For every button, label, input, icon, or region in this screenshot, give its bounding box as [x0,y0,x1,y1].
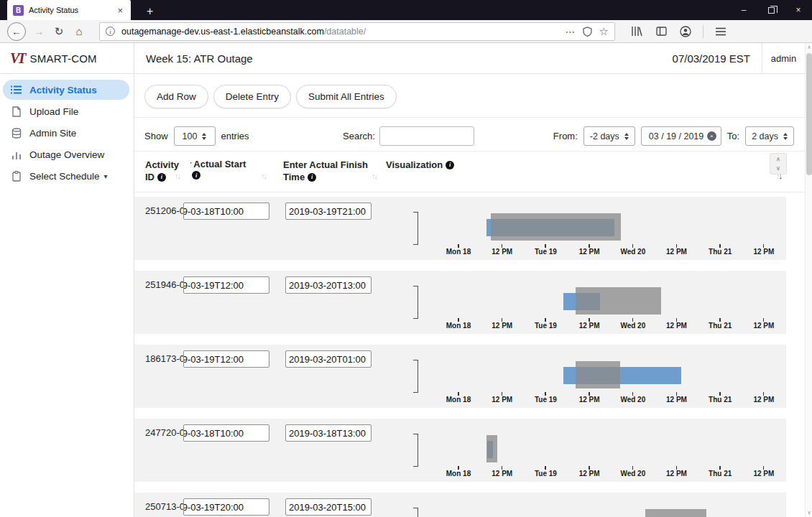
column-header-enter-actual-start[interactable]: Enter Actual StartTimei [190,159,254,180]
actual-start-input[interactable]: 2019-03-19T12:00 [183,350,269,368]
tab-close-icon[interactable]: × [115,4,125,17]
toolbar-separator [703,25,703,38]
header-date: 07/03/2019 EST [673,52,750,65]
info-icon[interactable]: i [157,173,166,182]
chevron-down-icon[interactable]: ∨ [776,165,780,172]
url-path: /datatable/ [324,27,366,37]
clear-date-icon[interactable]: × [707,131,716,141]
select-arrows-icon [783,133,788,140]
gantt-bracket [413,508,418,517]
file-icon [10,106,22,117]
actual-start-input[interactable]: 2019-03-19T20:00 [183,498,269,516]
axis-tick-label: 12 PM [579,396,600,404]
actual-finish-input[interactable] [285,202,372,220]
sidebar-item-admin-site[interactable]: Admin Site [3,123,129,143]
page-length-select[interactable]: 100 [174,126,216,146]
gantt-bracket [413,286,418,319]
scrollbar-thumb[interactable] [806,53,812,175]
axis-tick-label: 12 PM [492,470,512,478]
column-header-activity[interactable]: ActivityIDi [145,159,179,183]
chevron-up-icon[interactable]: ∧ [776,156,780,162]
actual-finish-input[interactable] [285,424,372,442]
sidebar-item-select-schedule[interactable]: Select Schedule▾ [3,166,129,186]
axis-tick-label: Tue 19 [535,322,557,330]
restore-button[interactable] [757,0,785,20]
search-input[interactable] [379,126,474,146]
account-icon[interactable] [675,22,696,41]
browser-tab[interactable]: B Activity Status × [7,0,131,20]
home-icon[interactable]: ⌂ [69,22,89,41]
sidebars-icon[interactable] [651,22,671,41]
column-header-enter-actual-finish[interactable]: Enter Actual FinishTimei [283,159,368,183]
info-icon[interactable]: i [446,161,454,169]
planned-bar [486,435,497,462]
app-header: Week 15: ATR Outage 07/03/2019 EST admin [134,43,812,74]
pocket-shield-icon[interactable] [583,27,592,37]
axis-tick-label: Wed 20 [620,248,645,256]
planned-bar [645,509,706,517]
actual-finish-input[interactable] [285,350,372,368]
sidebar-item-upload-file[interactable]: Upload File [3,101,129,121]
sort-icon[interactable]: ↑↓ [175,172,180,180]
axis-tick-label: 12 PM [666,396,687,404]
user-menu[interactable]: admin [762,43,805,74]
axis-tick-label: Mon 18 [446,322,471,330]
window-controls: – × [730,0,812,20]
table-row: 186173-052019-03-19T12:00Mon 1812 PMTue … [134,345,786,408]
url-bar[interactable]: i outagemanage-dev.us-east-1.elasticbean… [99,22,615,41]
page-actions-icon[interactable]: ⋯ [566,26,576,37]
axis-tick-label: Wed 20 [620,396,645,404]
table-scroll-widget[interactable]: ∧∨ [770,153,787,174]
sort-icon[interactable]: ↑↓ [261,172,266,180]
actual-start-input[interactable]: 2019-03-18T10:00 [183,202,269,220]
sidebar-item-outage-overview[interactable]: Outage Overview [3,144,129,164]
axis-tick-label: Thu 21 [709,322,732,330]
page-scrollbar[interactable]: ∧ ∨ [805,43,812,517]
to-offset-select[interactable]: 2 days [745,126,794,146]
sort-icon[interactable]: ↑↓ [372,172,377,180]
info-icon[interactable]: i [308,173,316,182]
bookmark-star-icon[interactable]: ☆ [599,25,609,38]
planned-bar [491,213,621,241]
info-icon[interactable]: i [192,171,200,180]
actual-finish-input[interactable] [285,276,372,294]
gantt-bracket [413,212,418,245]
site-info-icon[interactable]: i [106,27,115,36]
forward-icon[interactable]: → [29,22,49,41]
window-close-button[interactable]: × [785,0,812,20]
axis-tick-label: Wed 20 [620,470,645,478]
reload-icon[interactable]: ↻ [49,22,69,41]
new-tab-button[interactable]: + [141,3,159,20]
browser-titlebar: B Activity Status × + – × [0,0,812,20]
minimize-button[interactable]: – [730,0,757,20]
delete-entry-button[interactable]: Delete Entry [213,85,291,108]
actual-start-input[interactable]: 2019-03-18T10:00 [183,424,269,442]
url-domain: outagemanage-dev.us-east-1.elasticbeanst… [121,27,324,37]
back-icon[interactable]: ← [7,22,26,41]
column-header-visualization[interactable]: Visualizationi [386,159,454,171]
axis-tick-label: Mon 18 [446,248,471,256]
date-input[interactable]: 03 / 19 / 2019 × [641,126,721,146]
menu-icon[interactable] [711,22,731,41]
axis-tick-label: Thu 21 [709,470,732,478]
sidebar-item-activity-status[interactable]: Activity Status [3,80,129,100]
entries-label: entries [221,131,249,141]
browser-navbar: ← → ↻ ⌂ i outagemanage-dev.us-east-1.ela… [0,20,812,43]
add-row-button[interactable]: Add Row [144,85,208,108]
show-label: Show [144,131,168,141]
select-arrows-icon [202,133,206,140]
table-body: 251206-012019-03-18T10:00Mon 1812 PMTue … [134,192,812,517]
to-label: To: [727,131,739,141]
library-icon[interactable] [627,22,647,41]
actual-start-input[interactable]: 2019-03-19T12:00 [183,276,269,294]
database-icon [10,128,22,139]
table-controls: Show 100 entries Search: From: -2 days 0… [134,118,812,152]
gantt-chart: Mon 1812 PMTue 1912 PMWed 2012 PMThu 211… [436,419,788,482]
scroll-down-icon[interactable]: ∨ [806,510,812,516]
gantt-bracket [413,434,418,467]
actual-finish-input[interactable] [285,498,372,516]
scroll-up-icon[interactable]: ∧ [806,45,812,50]
submit-all-entries-button[interactable]: Submit All Entries [296,85,397,108]
from-offset-select[interactable]: -2 days [583,126,635,146]
list-icon [10,85,22,94]
